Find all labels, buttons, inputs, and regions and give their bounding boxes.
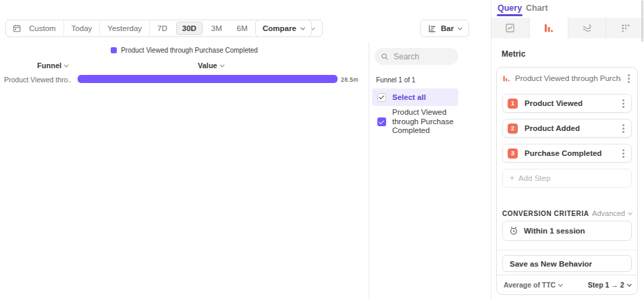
- alarm-clock-icon: [509, 226, 518, 236]
- add-step-button[interactable]: Add Step: [502, 169, 632, 188]
- tab-insights[interactable]: [491, 18, 530, 38]
- kebab-menu-icon[interactable]: [620, 147, 626, 160]
- tab-funnels[interactable]: [530, 18, 568, 38]
- flows-icon: [582, 23, 592, 33]
- funnel-bar-value: 28.5m: [341, 76, 358, 83]
- kebab-menu-icon[interactable]: [626, 72, 632, 85]
- insights-icon: [505, 23, 515, 33]
- metric-title-row[interactable]: Product Viewed through Purchas...: [502, 69, 632, 88]
- range-7d[interactable]: 7D: [150, 20, 175, 36]
- advanced-dropdown[interactable]: Advanced: [592, 209, 632, 217]
- conversion-criteria-header: CONVERSION CRITERIA Advanced: [502, 209, 632, 217]
- funnel-metric-icon: [502, 74, 510, 82]
- funnel-group-label: Funnel 1 of 1: [376, 76, 415, 84]
- scrollbar-thumb[interactable]: [641, 0, 643, 42]
- range-30d-active[interactable]: 30D: [176, 22, 203, 35]
- funnels-icon: [543, 23, 554, 33]
- tab-flows[interactable]: [568, 18, 607, 38]
- range-today[interactable]: Today: [64, 20, 101, 36]
- select-all-checkbox[interactable]: [377, 93, 386, 102]
- chart-type-select[interactable]: Bar: [420, 20, 469, 37]
- step-number-badge: 3: [508, 148, 518, 159]
- chart-legend: Product Viewed through Purchase Complete…: [0, 47, 369, 54]
- advanced-label: Advanced: [592, 209, 625, 217]
- tab-chart[interactable]: Chart: [526, 3, 548, 13]
- active-tab-underline: [497, 14, 522, 16]
- funnel-header-label: Funnel: [37, 61, 61, 70]
- kebab-menu-icon[interactable]: [620, 122, 626, 135]
- search-input[interactable]: [394, 52, 448, 61]
- funnel-row-label: Product Viewed thro...: [4, 76, 72, 84]
- select-all-label: Select all: [392, 93, 426, 101]
- chevron-down-icon: [558, 281, 562, 286]
- panel-divider: [491, 0, 491, 299]
- chevron-down-icon: [627, 281, 631, 286]
- value-column-header[interactable]: Value: [198, 61, 223, 70]
- conversion-criteria-title: CONVERSION CRITERIA: [502, 210, 589, 217]
- chevron-down-icon: [64, 62, 68, 66]
- funnel-analytics-app: Custom Today Yesterday 7D 30D 3M 6M 12M …: [0, 0, 644, 299]
- step-range-dropdown[interactable]: Step 1 → 2: [588, 281, 630, 289]
- tab-retention[interactable]: [606, 18, 644, 38]
- query-builder-card: Product Viewed through Purchas... 1 Prod…: [496, 67, 638, 295]
- save-as-new-behavior-button[interactable]: Save as New Behavior: [502, 255, 632, 272]
- range-6m[interactable]: 6M: [230, 20, 255, 36]
- step-label: Product Viewed: [525, 99, 614, 107]
- step-range-label: Step 1 → 2: [588, 281, 624, 289]
- divider: [497, 250, 637, 250]
- range-yesterday[interactable]: Yesterday: [100, 20, 150, 36]
- step-number-badge: 2: [508, 124, 518, 134]
- check-icon: [379, 119, 383, 124]
- search-icon: [381, 53, 389, 61]
- funnel-step-3[interactable]: 3 Purchase Completed: [502, 144, 632, 163]
- chevron-down-icon: [628, 210, 633, 215]
- average-of-ttc-label: Average of TTC: [504, 281, 556, 289]
- compare-label: Compare: [263, 24, 296, 32]
- funnel-step-2[interactable]: 2 Product Added: [502, 119, 632, 138]
- conversion-window-button[interactable]: Within 1 session: [502, 221, 632, 241]
- calendar-icon: [6, 24, 22, 33]
- value-header-label: Value: [198, 61, 217, 70]
- step-label: Purchase Completed: [525, 149, 614, 157]
- select-all-row[interactable]: Select all: [372, 88, 458, 106]
- funnel-bar[interactable]: [78, 75, 338, 83]
- step-label: Product Added: [525, 124, 614, 132]
- search-box[interactable]: [375, 48, 458, 65]
- compare-button[interactable]: Compare: [255, 20, 312, 37]
- kebab-menu-icon[interactable]: [620, 97, 626, 110]
- metric-title: Product Viewed through Purchas...: [515, 74, 621, 82]
- chevron-down-icon: [458, 25, 462, 30]
- bar-chart-icon: [427, 24, 437, 33]
- chevron-down-icon: [220, 62, 224, 66]
- item-label: Product Viewed through Purchase Complete…: [392, 108, 454, 136]
- range-custom[interactable]: Custom: [22, 20, 64, 36]
- funnel-list-item[interactable]: Product Viewed through Purchase Complete…: [372, 108, 460, 136]
- chart-type-label: Bar: [441, 24, 454, 32]
- item-checkbox[interactable]: [377, 117, 386, 126]
- range-3m[interactable]: 3M: [204, 20, 230, 36]
- add-step-label: Add Step: [518, 174, 550, 182]
- step-number-badge: 1: [508, 99, 518, 109]
- average-of-ttc-dropdown[interactable]: Average of TTC: [504, 281, 562, 289]
- retention-icon: [620, 23, 630, 33]
- metric-heading: Metric: [502, 49, 525, 59]
- report-type-tabs: [491, 18, 644, 38]
- query-footer: Average of TTC Step 1 → 2: [497, 275, 637, 294]
- legend-swatch: [111, 47, 117, 53]
- conversion-window-label: Within 1 session: [524, 227, 585, 235]
- check-icon: [379, 94, 383, 99]
- funnel-column-header[interactable]: Funnel: [37, 61, 68, 70]
- plus-icon: [510, 173, 518, 183]
- legend-label: Product Viewed through Purchase Complete…: [121, 47, 258, 54]
- tab-query[interactable]: Query: [498, 3, 522, 13]
- chevron-down-icon: [300, 25, 305, 30]
- panel-divider: [369, 42, 369, 299]
- funnel-step-1[interactable]: 1 Product Viewed: [502, 94, 632, 113]
